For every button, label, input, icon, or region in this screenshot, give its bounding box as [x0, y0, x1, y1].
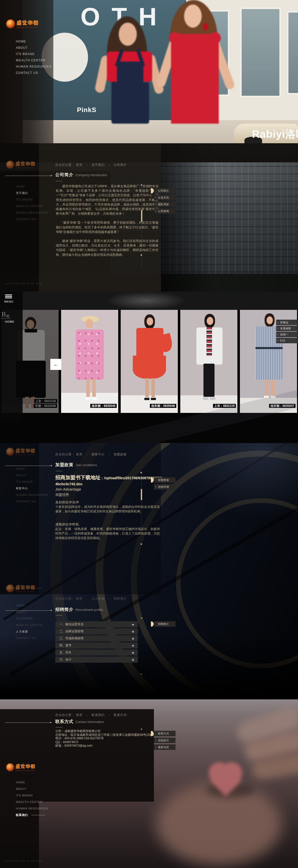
model-face — [267, 316, 273, 324]
nav-item-contact-us[interactable]: CONTACT US — [16, 498, 48, 505]
breadcrumb-link[interactable]: 人力资源 — [92, 597, 105, 600]
home-icon[interactable]: ⌂ — [6, 313, 9, 318]
nav-item-its-brand[interactable]: ITS BRAND — [16, 51, 51, 57]
product-card[interactable]: 连衣裙：6835045 — [61, 310, 118, 413]
breadcrumb-link[interactable]: 招聘简介 — [114, 597, 127, 600]
nav-item-its-brand[interactable]: ITS BRAND — [16, 196, 48, 203]
tab-online-apply[interactable]: 在线申请 — [154, 484, 176, 490]
download-colon: ： — [100, 476, 104, 480]
nav-item-its-brand[interactable]: ITS BRAND — [16, 478, 48, 485]
nav-item-about[interactable]: ABOUT — [16, 472, 48, 478]
product-card[interactable]: 上衣：6831119 — [180, 310, 237, 413]
strip-photo-blob — [106, 291, 186, 310]
brand-logo[interactable]: 盛世华都 SHENG SHI HUA DU — [6, 764, 35, 771]
plus-icon[interactable]: ＋ — [131, 628, 135, 634]
tab-recruit-profile[interactable]: 招聘简介 — [154, 621, 176, 627]
tab-company-news[interactable]: 公司新闻 — [154, 208, 176, 214]
nav-item-wealth-center-active[interactable]: 财富中心 — [16, 485, 48, 492]
tab-label: 最新动态 — [158, 746, 169, 749]
nav-item-wealth-center[interactable]: WEALTH CENTER — [16, 622, 42, 628]
brand-logo-faint[interactable]: 盛世华都 SHENG SHI HUA DU — [6, 585, 35, 592]
nav-item-human-resources[interactable]: HUMAN RESOURCES — [16, 805, 48, 812]
scroll-thumb[interactable] — [141, 489, 142, 500]
nav-item-about-active[interactable]: 关于我们 — [16, 190, 48, 196]
plus-icon[interactable]: ＋ — [131, 649, 135, 656]
section-title-en: Recruitment profile — [76, 608, 103, 612]
nav-item-contact-us[interactable]: CONTACT US — [16, 70, 51, 76]
tab-arrow-icon — [278, 328, 279, 329]
tab-join-policy[interactable]: 加盟政策 — [154, 477, 176, 483]
nav-item-home[interactable]: HOME — [16, 465, 48, 472]
brand-tab-luobeiyi[interactable]: 洛呗一 — [276, 332, 298, 337]
silver-shoes — [203, 397, 208, 400]
breadcrumb-prefix: 您当前位置： — [55, 453, 75, 456]
brand-logo-faint[interactable]: 盛世华都 SHENG SHI HUA DU — [6, 161, 35, 168]
accordion-row-brand-manager[interactable]: 二、品牌运营经理＋ — [55, 628, 138, 634]
breadcrumb-link[interactable]: 关于我们 — [92, 163, 105, 166]
brand-tab-balizduo[interactable]: 芭黎朵 — [276, 320, 298, 325]
hamburger-menu-icon[interactable] — [5, 294, 12, 298]
breadcrumb-link[interactable]: 首页 — [76, 453, 83, 456]
nav-item-contact-us[interactable]: CONTACT US — [16, 216, 48, 222]
tab-team[interactable]: 团队风采 — [154, 202, 176, 207]
breadcrumb-link[interactable]: 首页 — [76, 163, 83, 166]
product-card[interactable]: 连衣裙：6835046 — [121, 310, 178, 413]
scroll-thumb[interactable] — [141, 210, 142, 222]
model-pinafore-bib — [117, 62, 143, 86]
brand-logo-faint[interactable]: 盛世华都 SHENG SHI HUA DU — [6, 448, 35, 456]
nav-item-human-resources[interactable]: HUMAN RESOURCES — [16, 64, 51, 70]
nav-item-home[interactable]: HOME — [16, 183, 48, 190]
hero-section: OTH PinkS — [0, 0, 298, 143]
breadcrumb-link[interactable]: 首页 — [76, 713, 83, 717]
nav-item-its-brand[interactable]: ITS BRAND — [16, 792, 48, 799]
tab-label: 公司简介 — [158, 189, 169, 192]
join-sidebar-nav: HOME ABOUT ITS BRAND 财富中心 HUMAN RESOURCE… — [16, 465, 48, 505]
nav-item-about[interactable]: ABOUT — [16, 609, 42, 615]
tab-company-intro[interactable]: 公司简介 — [154, 188, 176, 193]
plus-icon[interactable]: ＋ — [131, 635, 135, 642]
brand-tab-e15[interactable]: E15 — [276, 338, 298, 343]
menu-label[interactable]: MENU — [4, 300, 13, 303]
nav-item-its-brand[interactable]: ITS BRAND — [16, 615, 42, 622]
home-label[interactable]: HOME — [5, 320, 14, 323]
nav-item-home[interactable]: HOME — [16, 602, 42, 609]
contact-company: 公司：成都盛世华都商贸有限公司 — [55, 729, 157, 733]
plus-icon[interactable]: ＋ — [131, 621, 135, 627]
nav-item-home[interactable]: HOME — [16, 38, 51, 45]
breadcrumb-link[interactable]: 财富中心 — [92, 453, 105, 456]
breadcrumb-link[interactable]: 加盟政策 — [114, 453, 127, 456]
tab-latest-news[interactable]: 最新动态 — [154, 744, 176, 750]
nav-item-about[interactable]: ABOUT — [16, 45, 51, 51]
carousel-prev-button[interactable]: ← — [50, 359, 61, 370]
breadcrumb-link[interactable]: 联系方式 — [114, 713, 127, 717]
accordion-row-wechat-specialist[interactable]: 一、微信运营专员＋ — [55, 621, 138, 627]
brand-logo[interactable]: 盛世华都 SHENG SHI HUA DU — [6, 20, 39, 28]
nav-item-wealth-center[interactable]: WEALTH CENTER — [16, 799, 48, 805]
accordion-row-store-manager[interactable]: 五、店长＋ — [55, 649, 138, 656]
breadcrumb-link[interactable]: 公司简介 — [114, 163, 127, 166]
breadcrumb-link[interactable]: 联系我们 — [92, 713, 105, 717]
tab-contact-info[interactable]: 联系方式 — [154, 731, 176, 736]
plus-icon[interactable]: ＋ — [131, 642, 135, 649]
about-paragraph: 建造“盛世华都”伟业，需要大家共同参与。我们没有理由为过去的成绩而自大，但我们相… — [56, 239, 158, 257]
nav-item-human-resources[interactable]: HUMAN RESOURCES — [16, 209, 48, 216]
breadcrumb-link[interactable]: 首页 — [76, 597, 83, 600]
accordion-row-accountant[interactable]: 六、会计＋ — [55, 656, 138, 663]
accordion-row-market-manager[interactable]: 三、市场拓展经理＋ — [55, 635, 138, 642]
tab-online-message[interactable]: 在线留言 — [154, 738, 176, 743]
contact-info: 公司：成都盛世华都商贸有限公司 总部地址：四川省成都市成华区东三环路二段龙潭工业… — [55, 729, 157, 748]
nav-item-home[interactable]: HOME — [16, 779, 48, 785]
plus-icon[interactable]: ＋ — [131, 656, 135, 663]
nav-item-human-resources-active[interactable]: 人力资源 — [16, 628, 42, 635]
brand-logo-text: 盛世华都 — [16, 764, 35, 770]
deco-dot — [141, 674, 142, 675]
brand-tab-yixiangliying[interactable]: 衣香丽影 — [276, 326, 298, 331]
nav-item-wealth-center[interactable]: WEALTH CENTER — [16, 203, 48, 209]
tab-company-culture[interactable]: 企业文化 — [154, 195, 176, 200]
nav-item-contact-us[interactable]: CONTACT US — [16, 635, 42, 641]
nav-item-human-resources[interactable]: HUMAN RESOURCES — [16, 492, 48, 498]
accordion-row-supervisor[interactable]: 四、督导＋ — [55, 642, 138, 649]
nav-item-about[interactable]: ABOUT — [16, 785, 48, 792]
nav-item-wealth-center[interactable]: WEALTH CENTER — [16, 57, 51, 64]
model-right — [156, 0, 231, 124]
